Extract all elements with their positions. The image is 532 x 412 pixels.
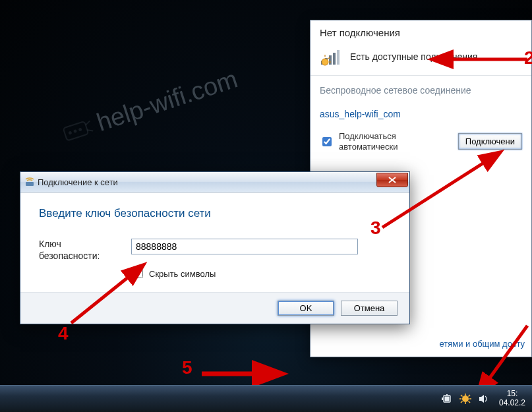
svg-rect-31 xyxy=(442,397,443,400)
svg-rect-0 xyxy=(63,121,89,140)
svg-point-32 xyxy=(462,396,469,402)
close-button[interactable] xyxy=(376,173,408,187)
dialog-app-icon xyxy=(24,177,35,187)
network-tray-icon[interactable] xyxy=(459,394,471,404)
network-footer-link[interactable]: етями и общим досту xyxy=(310,339,531,349)
callout-5: 5 xyxy=(182,357,192,378)
key-label: Ключ безопасности: xyxy=(39,239,118,262)
svg-rect-21 xyxy=(26,182,34,186)
dialog-title: Подключение к сети xyxy=(35,177,376,187)
network-header: Нет подключения xyxy=(310,20,531,44)
svg-line-5 xyxy=(87,128,93,132)
clock-date: 04.02.2 xyxy=(499,399,525,408)
security-key-input[interactable] xyxy=(131,239,358,254)
close-icon xyxy=(388,177,396,183)
svg-rect-30 xyxy=(444,397,449,401)
dialog-body: Введите ключ безопасности сети Ключ безо… xyxy=(20,192,409,292)
svg-point-17 xyxy=(322,59,328,65)
volume-icon[interactable] xyxy=(478,394,490,404)
clock-time: 15: xyxy=(499,390,525,399)
network-section-heading: Беспроводное сетевое соединение xyxy=(310,76,531,102)
network-auto-row: Подключаться автоматически Подключени xyxy=(310,123,531,160)
callout-4: 4 xyxy=(58,323,69,344)
dialog-titlebar[interactable]: Подключение к сети xyxy=(20,172,409,192)
dialog-heading: Введите ключ безопасности сети xyxy=(39,207,391,220)
svg-rect-15 xyxy=(333,53,336,65)
watermark: help-wifi.com xyxy=(59,65,241,148)
network-status-row: Есть доступные подключения xyxy=(310,44,531,75)
svg-point-2 xyxy=(73,129,77,133)
cancel-button[interactable]: Отмена xyxy=(341,301,398,316)
taskbar: 15: 04.02.2 xyxy=(0,385,532,412)
ok-button[interactable]: OK xyxy=(278,301,334,316)
svg-line-39 xyxy=(468,395,470,397)
tray-icons xyxy=(441,394,495,404)
battery-icon[interactable] xyxy=(441,394,453,404)
connect-dialog: Подключение к сети Введите ключ безопасн… xyxy=(20,171,410,324)
taskbar-clock[interactable]: 15: 04.02.2 xyxy=(495,390,529,408)
hide-characters-row: Скрыть символы xyxy=(131,267,391,280)
auto-connect-checkbox[interactable] xyxy=(322,137,332,146)
signal-sun-icon xyxy=(320,47,342,66)
svg-point-3 xyxy=(78,127,82,131)
key-row: Ключ безопасности: xyxy=(39,239,391,262)
svg-point-1 xyxy=(68,131,72,134)
dialog-button-row: OK Отмена xyxy=(20,292,409,324)
svg-rect-16 xyxy=(337,50,340,65)
network-status-text: Есть доступные подключения xyxy=(350,51,477,62)
svg-line-38 xyxy=(468,401,470,403)
svg-line-40 xyxy=(461,401,463,403)
network-item[interactable]: asus_help-wifi_com xyxy=(310,102,531,123)
hide-characters-checkbox[interactable] xyxy=(134,269,143,278)
hide-characters-label: Скрыть символы xyxy=(149,269,216,279)
svg-line-4 xyxy=(85,121,91,125)
connect-button[interactable]: Подключени xyxy=(458,133,522,150)
desktop: help-wifi.com help-wifi.com Нет подключе… xyxy=(0,0,532,412)
svg-rect-14 xyxy=(329,55,332,65)
auto-connect-label: Подключаться автоматически xyxy=(339,131,453,152)
svg-line-37 xyxy=(461,395,463,397)
